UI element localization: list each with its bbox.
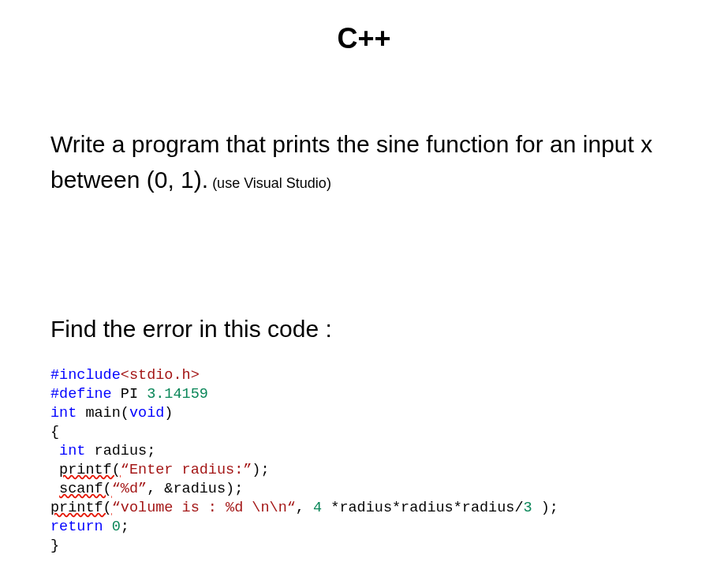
scanf-call-error: scanf( — [59, 481, 112, 497]
main-decl: main( — [77, 405, 129, 422]
number-literal: 0 — [112, 519, 121, 535]
return-keyword: return — [50, 519, 103, 535]
include-directive: #include — [50, 367, 121, 384]
semicolon: ; — [121, 519, 129, 535]
printf-call-error: printf( — [50, 500, 112, 516]
code-line-6: printf(“Enter radius:”); — [50, 462, 270, 478]
code-line-2: #define PI 3.14159 — [50, 386, 208, 403]
indent — [50, 481, 59, 497]
code-line-7: scanf(“%d”, &radius); — [50, 481, 243, 497]
number-literal: 3 — [524, 500, 532, 516]
code-line-4: { — [50, 424, 59, 440]
number-literal: 4 — [313, 500, 322, 516]
comma: , — [296, 500, 313, 516]
int-keyword: int — [59, 443, 85, 459]
define-directive: #define — [50, 386, 112, 403]
header-name: stdio.h — [129, 367, 191, 384]
space — [103, 519, 112, 535]
code-line-5: int radius; — [50, 443, 155, 459]
angle-bracket-open: < — [121, 367, 129, 384]
string-literal: “Enter radius:” — [121, 462, 252, 478]
code-line-9: return 0; — [50, 519, 129, 535]
paren-close: ) — [164, 405, 173, 422]
question-2: Find the error in this code : — [50, 316, 678, 343]
angle-bracket-close: > — [191, 367, 200, 384]
var-decl: radius; — [85, 443, 155, 459]
string-literal: “%d” — [112, 481, 147, 497]
expr-part: *radius*radius*radius/ — [322, 500, 523, 516]
question-1-text: Write a program that prints the sine fun… — [50, 131, 652, 193]
stmt-close: ); — [532, 500, 558, 516]
string-literal: “volume is : %d \n\n“ — [112, 500, 296, 516]
code-block: #include<stdio.h> #define PI 3.14159 int… — [50, 366, 678, 556]
stmt-close: ); — [252, 462, 269, 478]
document-title: C++ — [50, 22, 678, 55]
question-1-hint: (use Visual Studio) — [208, 175, 331, 191]
code-line-1: #include<stdio.h> — [50, 367, 200, 384]
indent — [50, 443, 59, 459]
printf-call-error: printf( — [59, 462, 121, 478]
code-line-8: printf(“volume is : %d \n\n“, 4 *radius*… — [50, 500, 558, 516]
code-line-10: } — [50, 538, 59, 554]
document-container: C++ Write a program that prints the sine… — [0, 0, 728, 577]
macro-name: PI — [112, 386, 147, 403]
code-line-3: int main(void) — [50, 405, 173, 422]
macro-value: 3.14159 — [147, 386, 208, 403]
question-1: Write a program that prints the sine fun… — [50, 126, 678, 197]
void-keyword: void — [129, 405, 164, 422]
int-keyword: int — [50, 405, 77, 422]
stmt-rest: , &radius); — [147, 481, 243, 497]
indent — [50, 462, 59, 478]
